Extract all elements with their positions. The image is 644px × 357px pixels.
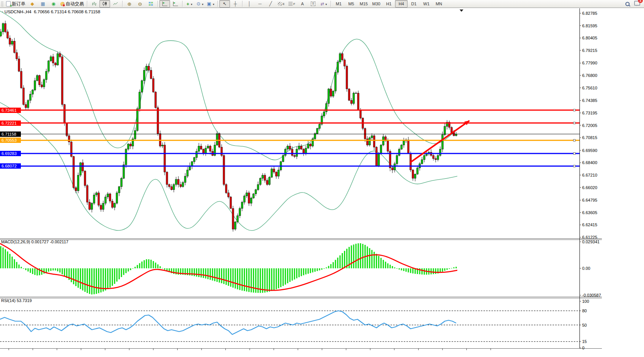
chart-symbol-icon [2, 9, 5, 14]
new-order-icon [6, 1, 11, 6]
rsi-indicator-label: RSI(14) 53.7319 [1, 298, 32, 303]
timeframe-w1-button[interactable]: W1 [420, 0, 433, 8]
indicators-button[interactable]: + [184, 0, 195, 8]
zoom-in-button[interactable]: ⊕ [124, 0, 135, 8]
toolbar-separator [157, 1, 158, 7]
rsi-axis-label: 0 [582, 346, 584, 350]
macd-indicator-label: MACD(12,26,9) 0.001727 -0.002117 [1, 240, 68, 244]
price-line-badge: 6.69283 [0, 151, 21, 156]
toolbar: 新订单 ◆ ▦ ◉ 自动交易 ⊕ ⊖ [0, 0, 644, 8]
trendline-button[interactable]: ╱ [265, 0, 276, 8]
bar-chart-button[interactable] [89, 0, 99, 8]
new-order-label: 新订单 [12, 1, 25, 7]
price-axis-label: 6.68400 [582, 160, 597, 165]
search-button[interactable] [623, 0, 633, 8]
fibonacci-sub-label: F [293, 2, 295, 6]
trend-arrow [410, 121, 469, 163]
rsi-axis-label: 50 [582, 323, 587, 327]
chart-canvas[interactable] [0, 0, 644, 357]
fibonacci-icon [288, 2, 293, 6]
price-line-badge: 6.68072 [0, 163, 21, 169]
chart-shift-button[interactable] [170, 0, 181, 8]
auto-trading-label: 自动交易 [66, 1, 84, 7]
text-label-icon: T [311, 2, 315, 6]
timeframe-m1-button[interactable]: M1 [332, 0, 345, 8]
timeframe-h4-button[interactable]: H4 [395, 0, 408, 8]
price-axis-label: 6.62415 [582, 222, 597, 227]
price-line-badge: 6.71158 [0, 132, 21, 137]
chart-shift-icon [173, 2, 178, 6]
macd-axis-label: 0.00 [582, 266, 590, 271]
text-label-button[interactable]: T [308, 0, 318, 8]
price-axis-label: 6.73195 [582, 111, 597, 115]
toolbar-separator [242, 1, 242, 7]
auto-scroll-button[interactable] [159, 0, 170, 8]
candlestick-chart-button[interactable] [99, 0, 110, 8]
chevron-down-icon [191, 1, 192, 6]
cursor-icon: ↖ [223, 2, 227, 6]
price-axis-label: 6.82785 [582, 11, 597, 16]
market-watch-button[interactable]: ◆ [27, 0, 38, 8]
toolbar-separator [182, 1, 183, 7]
axis-ticks [9, 13, 581, 350]
line-chart-button[interactable] [110, 0, 121, 8]
arrows-icon: ⇄ [320, 2, 324, 6]
timeframe-mn-button[interactable]: MN [433, 0, 445, 8]
price-axis-label: 6.61225 [582, 235, 597, 240]
timeframe-h1-button[interactable]: H1 [383, 0, 395, 8]
toolbar-grip[interactable] [1, 1, 3, 6]
timeframe-group: M1M5M15M30H1H4D1W1MN [332, 0, 445, 8]
clock-icon: ⊙ [197, 2, 200, 6]
notification-badge: 1 [638, 0, 643, 3]
periods-button[interactable]: ⊙ [195, 0, 205, 8]
cursor-button[interactable]: ↖ [219, 0, 230, 8]
price-axis-label: 6.64795 [582, 198, 597, 202]
templates-button[interactable]: ▣ [205, 0, 216, 8]
trendline-icon: ╱ [269, 2, 272, 6]
level-lines [0, 109, 579, 167]
data-window-button[interactable]: ▦ [38, 0, 48, 8]
notifications-button[interactable]: 1 [634, 0, 640, 7]
mt4-window: 新订单 ◆ ▦ ◉ 自动交易 ⊕ ⊖ [0, 0, 644, 357]
price-axis-label: 6.63605 [582, 210, 597, 215]
template-icon: ▣ [207, 2, 211, 6]
rsi-axis-label: 15 [582, 339, 587, 344]
chart-ohlc-values: 6.70656 6.71314 6.70608 6.71158 [34, 9, 100, 14]
timeframe-m5-button[interactable]: M5 [345, 0, 357, 8]
crosshair-button[interactable]: ┼ [230, 0, 241, 8]
tile-windows-button[interactable] [145, 0, 156, 8]
horizontal-line-button[interactable]: ─ [255, 0, 265, 8]
toolbar-separator [87, 1, 87, 7]
chevron-down-icon [202, 1, 203, 6]
timeframe-m30-button[interactable]: M30 [370, 0, 383, 8]
fibonacci-button[interactable]: F [287, 0, 297, 8]
macd-axis-label: -0.030587 [582, 293, 601, 298]
chart-symbol-label: USDCNH-,H4 [5, 9, 31, 14]
auto-trading-icon [60, 2, 65, 6]
search-icon [625, 2, 630, 6]
rsi-axis-label: 100 [582, 299, 589, 304]
price-axis-label: 6.81595 [582, 23, 597, 28]
price-axis-label: 6.74385 [582, 98, 597, 103]
new-order-button[interactable]: 新订单 [5, 0, 27, 8]
macd-axis-label: 0.029341 [582, 240, 600, 244]
timeframe-d1-button[interactable]: D1 [408, 0, 420, 8]
indicators-icon: + [186, 2, 189, 6]
toolbar-separator [217, 1, 218, 7]
auto-trading-button[interactable]: 自动交易 [59, 0, 85, 8]
signals-button[interactable]: ◉ [48, 0, 59, 8]
timeframe-m15-button[interactable]: M15 [357, 0, 370, 8]
tile-windows-icon [148, 2, 153, 6]
price-axis-label: 6.69590 [582, 148, 597, 153]
price-axis-label: 6.67210 [582, 173, 597, 177]
equidistant-channel-button[interactable]: E [276, 0, 287, 8]
candlestick-chart-icon [102, 2, 107, 6]
vertical-line-icon: │ [248, 2, 251, 6]
arrows-button[interactable]: ⇄ [318, 0, 329, 8]
vertical-line-button[interactable]: │ [244, 0, 255, 8]
rsi-pane [0, 311, 579, 341]
zoom-out-button[interactable]: ⊖ [135, 0, 145, 8]
zoom-out-icon: ⊖ [138, 2, 142, 6]
crosshair-icon: ┼ [234, 2, 237, 6]
text-button[interactable]: A [297, 0, 308, 8]
